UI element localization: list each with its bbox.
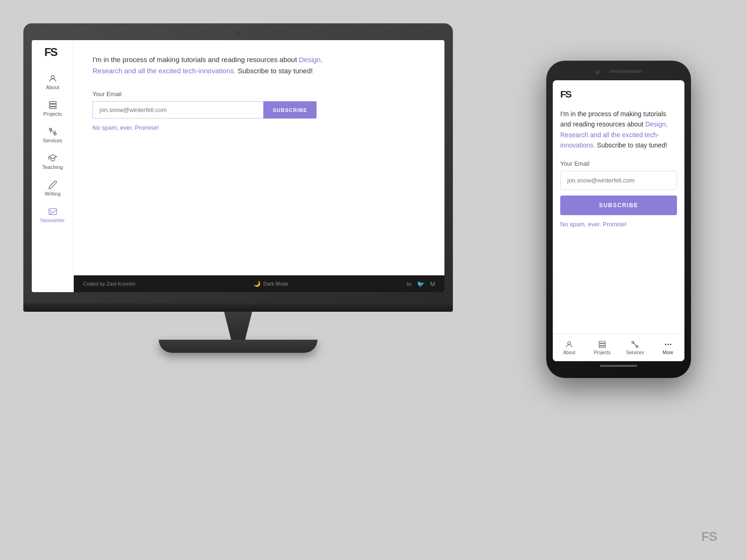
svg-text:FS: FS	[44, 46, 58, 58]
watermark: FS	[701, 529, 724, 546]
footer-social: in 🐦 M	[407, 280, 435, 287]
svg-rect-15	[599, 346, 606, 347]
monitor-stand-neck	[215, 312, 261, 340]
sidebar-item-services[interactable]: Services	[32, 123, 73, 147]
sidebar-label-teaching: Teaching	[42, 164, 63, 170]
phone-wrapper: FS I'm in the process of making tutorial…	[546, 61, 691, 378]
phone-nav-services[interactable]: Services	[619, 340, 652, 355]
phone-nav-services-label: Services	[626, 350, 644, 355]
phone-speaker	[609, 70, 642, 73]
twitter-icon[interactable]: 🐦	[417, 280, 424, 287]
svg-rect-4	[49, 107, 56, 108]
sidebar-label-projects: Projects	[43, 111, 62, 117]
footer-coded-by: Coded by Zaid Kureshi	[83, 281, 135, 287]
monitor-stand-top	[23, 303, 453, 312]
svg-rect-13	[599, 341, 606, 343]
phone-outer: FS I'm in the process of making tutorial…	[546, 61, 691, 378]
subscribe-button[interactable]: SUBSCRIBE	[263, 101, 317, 119]
sidebar-label-services: Services	[42, 138, 62, 143]
medium-icon[interactable]: M	[430, 280, 435, 287]
phone-nav-more-label: More	[662, 350, 673, 355]
phone-email-input[interactable]	[560, 171, 677, 190]
no-spam-text: No spam, ever. Promise!	[92, 124, 426, 131]
phone-nav-about-label: About	[563, 350, 575, 355]
phone-bottom-nav: About Projects	[553, 333, 684, 361]
linkedin-icon[interactable]: in	[407, 280, 411, 287]
monitor-stand-base	[159, 340, 317, 353]
svg-rect-10	[49, 209, 56, 215]
footer-dark-mode[interactable]: 🌙 Dark Mode	[254, 280, 289, 287]
moon-icon: 🌙	[254, 280, 261, 287]
desktop-footer: Coded by Zaid Kureshi 🌙 Dark Mode in 🐦 M	[74, 275, 444, 292]
sidebar-item-about[interactable]: About	[32, 70, 73, 94]
desktop-app: FS About	[32, 40, 444, 292]
svg-rect-2	[49, 102, 56, 104]
phone-nav-projects-label: Projects	[594, 350, 611, 355]
phone-camera	[595, 70, 600, 75]
phone-subscribe-button[interactable]: SUBSCRIBE	[560, 196, 677, 215]
phone-content: FS I'm in the process of making tutorial…	[553, 80, 684, 333]
phone-screen: FS I'm in the process of making tutorial…	[553, 80, 684, 361]
intro-paragraph: I'm in the process of making tutorials a…	[92, 54, 326, 77]
dark-mode-label: Dark Mode	[263, 281, 289, 287]
phone-intro-paragraph: I'm in the process of making tutorials a…	[560, 109, 677, 151]
svg-line-18	[633, 342, 637, 346]
sidebar-item-newsletter[interactable]: Newsletter	[32, 203, 73, 227]
desktop-content: I'm in the process of making tutorials a…	[74, 40, 444, 275]
email-label: Your Email	[92, 91, 426, 98]
phone-nospam-text: No spam, ever. Promise!	[560, 221, 677, 228]
svg-point-1	[51, 75, 54, 78]
desktop-main: I'm in the process of making tutorials a…	[74, 40, 444, 292]
intro-text-1: I'm in the process of making tutorials a…	[92, 56, 299, 63]
svg-point-20	[667, 343, 669, 345]
intro-text-2: Subscribe to stay tuned!	[236, 67, 313, 75]
monitor-outer: FS About	[23, 23, 453, 303]
sidebar-item-projects[interactable]: Projects	[32, 97, 73, 120]
email-row: SUBSCRIBE	[92, 101, 317, 119]
phone-nav-about[interactable]: About	[553, 340, 586, 355]
svg-text:FS: FS	[560, 89, 572, 99]
phone-bottom-bar	[553, 361, 684, 369]
sidebar-item-writing[interactable]: Writing	[32, 176, 73, 200]
desktop-sidebar: FS About	[32, 40, 74, 292]
phone-nav-projects[interactable]: Projects	[586, 340, 619, 355]
svg-point-12	[568, 342, 571, 344]
monitor-wrapper: FS About	[23, 23, 453, 359]
phone-logo: FS	[560, 89, 677, 101]
svg-point-21	[670, 343, 671, 345]
sidebar-item-teaching[interactable]: Teaching	[32, 150, 73, 174]
sidebar-label-writing: Writing	[44, 191, 60, 196]
phone-home-indicator	[600, 365, 637, 367]
phone-email-label: Your Email	[560, 160, 677, 167]
svg-rect-14	[599, 343, 606, 345]
svg-rect-3	[49, 104, 56, 106]
phone-nav-more[interactable]: More	[652, 340, 685, 355]
desktop-logo: FS	[44, 46, 61, 61]
phone-top-bar	[553, 70, 684, 75]
sidebar-label-about: About	[46, 84, 59, 90]
svg-point-19	[665, 343, 666, 345]
phone-intro-text-2: Subscribe to stay tuned!	[595, 141, 667, 149]
email-input[interactable]	[92, 101, 263, 119]
monitor-camera	[236, 32, 240, 35]
sidebar-nav: About Projects	[32, 70, 73, 227]
svg-text:FS: FS	[701, 529, 717, 543]
svg-line-7	[50, 129, 55, 134]
sidebar-label-newsletter: Newsletter	[41, 217, 65, 223]
monitor-screen: FS About	[32, 40, 444, 292]
